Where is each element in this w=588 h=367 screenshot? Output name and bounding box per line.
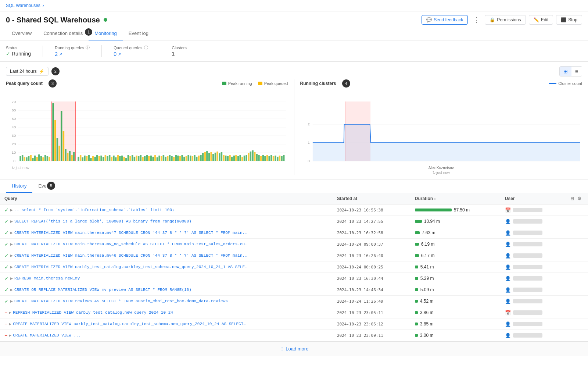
svg-rect-87 bbox=[165, 157, 166, 161]
time-filter-select[interactable]: Last 24 hours ⚡ bbox=[6, 67, 49, 76]
table-tab-history[interactable]: History bbox=[6, 179, 32, 193]
svg-rect-34 bbox=[52, 103, 54, 161]
svg-rect-77 bbox=[144, 156, 146, 161]
svg-rect-75 bbox=[140, 155, 142, 161]
table-row[interactable]: − ▶ CREATE MATERIALIZED VIEW ... 2024-10… bbox=[0, 330, 588, 341]
pencil-icon: ✏️ bbox=[534, 17, 539, 22]
table-row[interactable]: ✓ ▶ REFRESH main.theresa.new_my 2024-10-… bbox=[0, 273, 588, 284]
svg-rect-43 bbox=[71, 155, 73, 161]
table-row[interactable]: ✓ ▶ CREATE MATERIALIZED VIEW carbly_test… bbox=[0, 261, 588, 273]
cell-duration: 5.29 m bbox=[410, 273, 501, 284]
svg-rect-50 bbox=[88, 155, 90, 161]
cell-query: ✓ ▶ CREATE OR REPLACE MATERIALIZED VIEW … bbox=[0, 284, 333, 296]
svg-rect-35 bbox=[54, 120, 56, 161]
svg-rect-144 bbox=[283, 155, 285, 161]
tab-monitoring[interactable]: Monitoring 1 bbox=[89, 27, 123, 40]
svg-rect-40 bbox=[65, 149, 67, 161]
svg-rect-76 bbox=[142, 157, 144, 161]
view-toggle: ⊞ ≡ bbox=[559, 66, 582, 76]
svg-text:40: 40 bbox=[12, 125, 16, 129]
svg-rect-71 bbox=[132, 155, 133, 161]
svg-rect-102 bbox=[196, 157, 198, 161]
info-icon-queued[interactable]: ⓘ bbox=[144, 45, 148, 50]
cell-row-actions bbox=[566, 239, 588, 250]
table-section: History Events 5 Query Started at Durati… bbox=[0, 179, 588, 356]
svg-rect-30 bbox=[42, 157, 44, 161]
badge-2: 2 bbox=[51, 67, 60, 75]
table-row[interactable]: − ▶ REFRESH MATERIALIZED VIEW carbly_tes… bbox=[0, 307, 588, 318]
grid-view-button[interactable]: ⊞ bbox=[560, 67, 571, 76]
tab-overview[interactable]: Overview bbox=[6, 27, 37, 40]
svg-text:0: 0 bbox=[308, 159, 310, 163]
stats-bar: Status ✓ Running Running queries ⓘ 2 ↗ Q… bbox=[0, 40, 588, 62]
cell-duration: 4.52 m bbox=[410, 296, 501, 307]
list-view-button[interactable]: ≡ bbox=[571, 67, 582, 76]
svg-rect-115 bbox=[223, 155, 225, 161]
svg-text:50: 50 bbox=[12, 117, 16, 121]
svg-rect-134 bbox=[262, 155, 264, 161]
svg-rect-120 bbox=[233, 156, 235, 161]
svg-rect-85 bbox=[161, 156, 162, 161]
svg-rect-54 bbox=[96, 155, 98, 161]
table-row[interactable]: ✓ ▶ CREATE MATERIALIZED VIEW main.theres… bbox=[0, 250, 588, 261]
settings-icon[interactable]: ⚙ bbox=[577, 196, 581, 201]
cell-duration: 10.94 m bbox=[410, 216, 501, 227]
svg-rect-118 bbox=[229, 155, 231, 161]
table-row[interactable]: ✓ ▶ CREATE MATERIALIZED VIEW main.theres… bbox=[0, 227, 588, 239]
load-more-button[interactable]: ⋮ Load more bbox=[0, 341, 588, 356]
chart-left-title: Peak query count bbox=[6, 81, 43, 86]
svg-rect-37 bbox=[58, 146, 60, 161]
more-actions-icon[interactable]: ⋮ bbox=[471, 14, 482, 25]
tab-connection-details[interactable]: Connection details bbox=[37, 27, 89, 40]
table-row[interactable]: ✓ ▶ CREATE MATERIALIZED VIEW main.theres… bbox=[0, 239, 588, 250]
table-row[interactable]: ✓ ▶ -- select * from `system`.`informati… bbox=[0, 204, 588, 216]
svg-rect-92 bbox=[175, 155, 177, 161]
svg-rect-143 bbox=[281, 156, 283, 161]
badge-3: 3 bbox=[49, 79, 57, 88]
tab-event-log[interactable]: Event log bbox=[123, 27, 154, 40]
permissions-button[interactable]: 🔒 Permissions bbox=[485, 15, 526, 25]
svg-rect-62 bbox=[113, 156, 115, 161]
cell-started-at: 2024-10-23 23:09:11 bbox=[333, 330, 410, 341]
svg-rect-66 bbox=[121, 156, 123, 161]
cell-query: ✓ ▶ SELECT REPEAT('this is a large blob'… bbox=[0, 216, 333, 227]
send-feedback-button[interactable]: 💬 Send feedback bbox=[422, 15, 468, 25]
svg-rect-28 bbox=[38, 154, 40, 161]
breadcrumb-parent-link[interactable]: SQL Warehouses bbox=[6, 3, 40, 8]
svg-rect-88 bbox=[167, 156, 169, 161]
svg-rect-135 bbox=[264, 156, 266, 161]
cell-row-actions bbox=[566, 307, 588, 318]
stat-queued-queries-value[interactable]: 0 ↗ bbox=[114, 51, 148, 57]
svg-rect-107 bbox=[206, 151, 208, 161]
cell-query: ✓ ▶ -- select * from `system`.`informati… bbox=[0, 204, 333, 216]
filter-icon[interactable]: ⊟ bbox=[570, 196, 574, 201]
svg-rect-68 bbox=[125, 158, 127, 161]
svg-rect-46 bbox=[80, 155, 82, 161]
svg-rect-122 bbox=[237, 156, 239, 161]
stat-running-queries-value[interactable]: 2 ↗ bbox=[55, 51, 90, 57]
chart-left-timestamp: ↻ just now bbox=[6, 166, 288, 170]
legend-cluster-count: Cluster count bbox=[549, 81, 582, 86]
cell-query: ✓ ▶ CREATE MATERIALIZED VIEW main.theres… bbox=[0, 239, 333, 250]
svg-rect-117 bbox=[227, 156, 229, 161]
stop-button[interactable]: ⬛ Stop bbox=[556, 15, 582, 25]
svg-rect-112 bbox=[216, 152, 218, 161]
svg-rect-22 bbox=[26, 157, 28, 161]
svg-rect-83 bbox=[157, 157, 158, 161]
table-row[interactable]: ✓ ▶ CREATE MATERIALIZED VIEW reviews AS … bbox=[0, 296, 588, 307]
edit-button[interactable]: ✏️ Edit bbox=[529, 15, 553, 25]
svg-rect-53 bbox=[94, 157, 96, 161]
col-duration[interactable]: Duration ↕ bbox=[410, 193, 501, 204]
svg-rect-51 bbox=[90, 158, 92, 161]
svg-rect-42 bbox=[69, 151, 71, 161]
table-row[interactable]: − ▶ CREATE MATERIALIZED VIEW carbly_test… bbox=[0, 318, 588, 330]
info-icon-running[interactable]: ⓘ bbox=[86, 45, 90, 50]
col-user: User bbox=[501, 193, 566, 204]
table-row[interactable]: ✓ ▶ CREATE OR REPLACE MATERIALIZED VIEW … bbox=[0, 284, 588, 296]
table-row[interactable]: ✓ ▶ SELECT REPEAT('this is a large blob'… bbox=[0, 216, 588, 227]
svg-rect-59 bbox=[107, 156, 108, 161]
svg-rect-95 bbox=[181, 155, 183, 161]
svg-rect-41 bbox=[67, 153, 69, 161]
svg-text:0: 0 bbox=[13, 159, 15, 163]
stat-queued-queries: Queued queries ⓘ 0 ↗ bbox=[114, 45, 160, 57]
